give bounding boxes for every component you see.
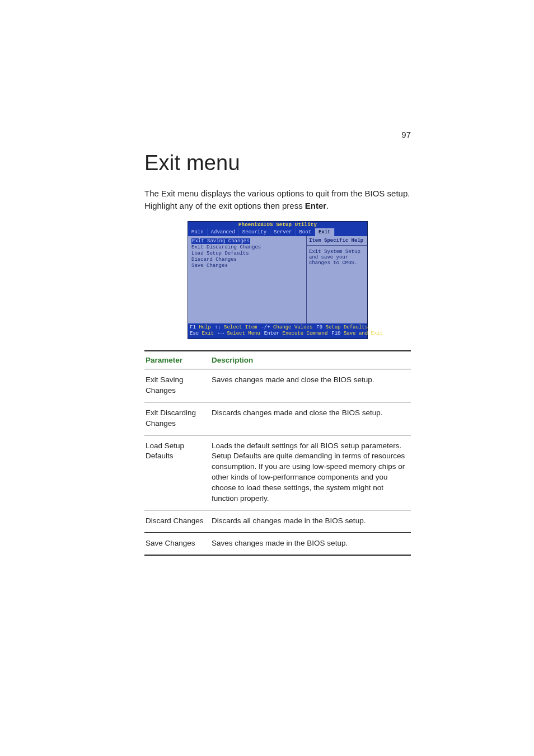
bios-key-f1: F1 Help	[190, 325, 211, 331]
param-cell: Discard Changes	[144, 510, 212, 532]
intro-text-2: .	[326, 201, 329, 210]
key-action: Save and Exit	[344, 331, 383, 336]
desc-cell: Loads the default settings for all BIOS …	[212, 435, 411, 510]
table-row: Load Setup Defaults Loads the default se…	[144, 435, 411, 510]
col-parameter: Parameter	[144, 351, 212, 369]
param-cell: Load Setup Defaults	[144, 435, 212, 510]
key-label: ←→	[218, 331, 224, 336]
bios-item-exit-saving: Exit Saving Changes	[191, 238, 250, 244]
key-action: Exit	[202, 331, 214, 336]
desc-cell: Saves changes made and close the BIOS se…	[212, 369, 411, 402]
bios-tab-boot: Boot	[296, 228, 315, 236]
key-label: ↑↓	[215, 325, 221, 330]
intro-paragraph: The Exit menu displays the various optio…	[144, 187, 411, 212]
key-action: Select Item	[224, 325, 257, 330]
key-label: Enter	[264, 331, 279, 336]
bios-tab-exit: Exit	[315, 228, 335, 236]
key-label: Esc	[190, 331, 199, 336]
param-cell: Exit Saving Changes	[144, 369, 212, 402]
bios-body: Exit Saving Changes Exit Discarding Chan…	[188, 236, 367, 323]
bios-key-enter: Enter Execute Command	[264, 331, 327, 337]
bios-help-panel: Item Specific Help Exit System Setup and…	[307, 236, 367, 323]
bios-key-f10: F10 Save and Exit	[331, 331, 383, 337]
table-row: Discard Changes Discards all changes mad…	[144, 510, 411, 532]
bios-item-save-changes: Save Changes	[191, 263, 303, 269]
key-action: Setup Defaults	[326, 325, 368, 330]
bios-item-exit-discarding: Exit Discarding Changes	[191, 245, 303, 250]
page-title: Exit menu	[144, 151, 411, 175]
intro-bold: Enter	[305, 201, 326, 210]
key-action: Help	[199, 325, 211, 330]
bios-key-leftright: ←→ Select Menu	[218, 331, 260, 337]
bios-item-load-defaults: Load Setup Defaults	[191, 251, 303, 256]
parameter-table: Parameter Description Exit Saving Change…	[144, 350, 411, 556]
bios-tab-main: Main	[188, 228, 208, 236]
table-header-row: Parameter Description	[144, 351, 411, 369]
table-row: Exit Discarding Changes Discards changes…	[144, 402, 411, 435]
document-page: 97 Exit menu The Exit menu displays the …	[0, 0, 534, 756]
bios-key-esc: Esc Exit	[190, 331, 214, 337]
bios-key-updown: ↑↓ Select Item	[215, 325, 257, 331]
desc-cell: Discards changes made and close the BIOS…	[212, 402, 411, 435]
bios-key-row-1: F1 Help ↑↓ Select Item -/+ Change Values…	[190, 325, 366, 331]
key-label: -/+	[261, 325, 270, 330]
desc-cell: Discards all changes made in the BIOS se…	[212, 510, 411, 532]
key-action: Execute Command	[282, 331, 327, 336]
bios-tab-server: Server	[270, 228, 296, 236]
bios-key-f9: F9 Setup Defaults	[316, 325, 368, 331]
page-number: 97	[401, 130, 411, 139]
key-label: F10	[331, 331, 340, 336]
param-cell: Save Changes	[144, 532, 212, 555]
param-cell: Exit Discarding Changes	[144, 402, 212, 435]
key-action: Select Menu	[227, 331, 260, 336]
intro-text-1: The Exit menu displays the various optio…	[144, 189, 410, 210]
key-label: F9	[316, 325, 322, 330]
bios-key-row-2: Esc Exit ←→ Select Menu Enter Execute Co…	[190, 331, 366, 337]
key-action: Change Values	[273, 325, 312, 330]
bios-help-body: Exit System Setup and save your changes …	[307, 246, 367, 269]
bios-menu-list: Exit Saving Changes Exit Discarding Chan…	[188, 236, 307, 323]
col-description: Description	[212, 351, 411, 369]
bios-key-plusminus: -/+ Change Values	[261, 325, 312, 331]
bios-window-title: PhoenixBIOS Setup Utility	[188, 222, 367, 228]
desc-cell: Saves changes made in the BIOS setup.	[212, 532, 411, 555]
bios-tab-security: Security	[239, 228, 270, 236]
bios-help-title: Item Specific Help	[307, 236, 367, 246]
bios-tab-bar: Main Advanced Security Server Boot Exit	[188, 228, 367, 236]
bios-tab-advanced: Advanced	[208, 228, 239, 236]
bios-screenshot: PhoenixBIOS Setup Utility Main Advanced …	[188, 221, 368, 340]
table-row: Save Changes Saves changes made in the B…	[144, 532, 411, 555]
bios-item-discard-changes: Discard Changes	[191, 257, 303, 262]
bios-key-hints: F1 Help ↑↓ Select Item -/+ Change Values…	[188, 323, 367, 339]
key-label: F1	[190, 325, 196, 330]
table-row: Exit Saving Changes Saves changes made a…	[144, 369, 411, 402]
